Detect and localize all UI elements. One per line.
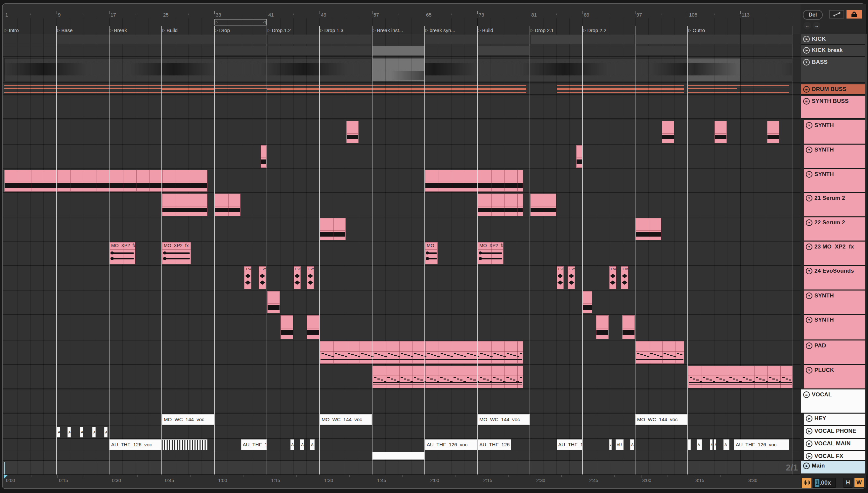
playback-speed-control[interactable]: 1.00x [813,478,836,488]
fold-icon[interactable]: ▼ [806,367,813,373]
locator-drop-1-2[interactable]: ▷Drop.1.2 [268,26,291,34]
locator-drop-2-2[interactable]: ▷Drop 2.2 [583,26,606,34]
fold-icon[interactable]: ▼ [806,171,813,178]
group-icon[interactable]: ≡ [803,86,810,93]
forward-button[interactable]: → [813,22,820,29]
play-icon[interactable]: ▶ [803,47,810,53]
clip-mo-xp2-fx[interactable]: MO_XP2_fx [478,242,504,264]
track-header-kick-break[interactable]: ▶KICK break [801,45,865,57]
clip-midi[interactable] [662,121,674,143]
clip-faint2[interactable] [478,46,530,56]
clip-evos[interactable]: EvoS [621,266,628,289]
clip-mo-wc-144-voc[interactable]: MO_WC_144_voc [478,414,530,425]
clip-midi[interactable] [622,315,635,339]
clip-au-thf-126-voc[interactable]: AU_THF_126_voc [110,440,161,450]
clip-midi[interactable] [346,121,359,143]
clip-midi[interactable] [425,170,523,192]
clip-evos[interactable]: EvoS [609,266,617,289]
locator-drop-2-1[interactable]: ▷Drop 2.1 [531,26,554,34]
clip-faint[interactable] [583,35,635,44]
clip-mo-wc-144-voc[interactable]: MO_WC_144_voc [636,414,687,425]
track-header-pad[interactable]: ▼PAD [804,341,865,365]
clip-evos[interactable]: EvoS [294,266,301,289]
track-header-22-serum-2[interactable]: ▼22 Serum 2 [804,217,865,241]
clip-wstripes[interactable] [162,440,207,450]
clip-midi[interactable] [162,194,207,216]
locator-build[interactable]: ▷Build [478,26,493,34]
play-icon[interactable]: ▶ [806,441,813,447]
track-header-synth-buss[interactable]: ≡SYNTH BUSS [801,96,865,119]
fold-icon[interactable]: ▼ [806,122,813,129]
clip-faint[interactable] [636,46,687,56]
zoom-height-button[interactable]: H [844,478,852,488]
play-icon[interactable]: ▶ [806,415,813,422]
clip-evos[interactable]: EvoS [307,266,314,289]
drum-buss-clip[interactable] [737,85,789,94]
clip-mo-xp2-fx[interactable]: MO_XP2_fx [425,242,438,264]
clip-a[interactable]: A [609,440,612,450]
audition-waveform-button[interactable] [802,478,811,488]
clip-gray[interactable] [373,46,424,56]
clip-a[interactable]: A [290,440,294,450]
track-header-23-mo-xp2-fx[interactable]: ▼23 MO_XP2_fx [804,241,865,266]
clip-au-thf-126-voc[interactable]: AU_THF_126_voc [478,440,511,450]
clip-midi[interactable] [530,194,556,216]
locator-intro[interactable]: ▷Intro [5,26,19,34]
playhead-marker[interactable] [4,475,7,479]
group-icon[interactable]: ≡ [803,98,810,105]
clip-midi[interactable] [4,170,207,192]
clip-midi[interactable] [576,145,582,168]
clip-a[interactable]: A [630,440,634,450]
clip-mo-xp2-fx[interactable]: MO_XP2_fx [110,242,135,264]
clip-faint[interactable] [688,35,740,44]
clip-faint[interactable] [267,35,319,44]
track-header-synth[interactable]: ▼SYNTH [804,169,865,193]
clip-dash[interactable] [636,341,684,364]
clip-au-thf-126-voc[interactable]: AU_THF_126_voc [557,440,582,450]
track-header-synth[interactable]: ▼SYNTH [804,145,865,169]
fold-icon[interactable]: ▼ [806,195,813,201]
play-icon[interactable]: ▶ [806,428,813,434]
track-header-24-evosounds[interactable]: ▼24 EvoSounds [804,266,865,291]
clip-midi[interactable] [307,315,319,339]
clip-midi[interactable] [267,291,280,313]
delete-button[interactable]: Del [803,10,823,20]
clip-dash[interactable] [320,341,523,364]
fold-icon[interactable]: ▼ [806,293,813,299]
locator-drop-1-3[interactable]: ▷Drop 1.3 [320,26,343,34]
clip-a[interactable]: A [67,427,71,437]
track-header-vocal-main[interactable]: ▶VOCAL MAIN [804,439,865,451]
clip-au-thf-126-voc[interactable]: AU_THF_126_voc [734,440,789,450]
locator-break[interactable]: ▷Break [110,26,127,34]
track-header-drum-buss[interactable]: ≡DRUM BUSS [801,84,865,95]
clip-midi[interactable] [281,315,293,339]
play-icon[interactable]: ▶ [806,453,813,459]
clip-mo-wc-144-voc[interactable]: MO_WC_144_voc [320,414,372,425]
clip-au-thf-126-voc[interactable]: AU_THF_126_voc [241,440,267,450]
clip-a[interactable]: A [724,440,729,450]
track-header-bass[interactable]: ▼BASS [801,57,865,83]
clip-evos[interactable]: EvoS [557,266,564,289]
clip-a[interactable]: A [104,427,108,437]
clip-midi[interactable] [261,145,267,168]
clip-mo-xp2-fx[interactable]: MO_XP2_fx [162,242,191,264]
fold-icon[interactable]: ▼ [806,268,813,274]
locator-break-inst[interactable]: ▷Break inst... [373,26,403,34]
locator-drop[interactable]: ▷Drop [215,26,230,34]
track-header-main[interactable]: ▶Main [801,461,867,474]
clip-faint[interactable] [57,35,214,44]
clip-midi[interactable] [596,315,609,339]
drum-buss-clip[interactable] [425,85,526,94]
clip-a[interactable]: A [80,427,83,437]
clip-faint[interactable] [320,35,372,44]
fold-icon[interactable]: ▼ [803,59,810,65]
clip-midi[interactable] [714,121,727,143]
track-header-21-serum-2[interactable]: ▼21 Serum 2 [804,193,865,217]
clip-faint[interactable] [320,46,372,56]
fold-icon[interactable]: ▼ [806,317,813,323]
clip-dash[interactable] [688,366,793,388]
clip-wplain[interactable] [373,452,424,459]
clip-a[interactable]: A [92,427,96,437]
play-icon[interactable]: ▶ [803,463,810,469]
clip-dash[interactable] [373,366,523,388]
